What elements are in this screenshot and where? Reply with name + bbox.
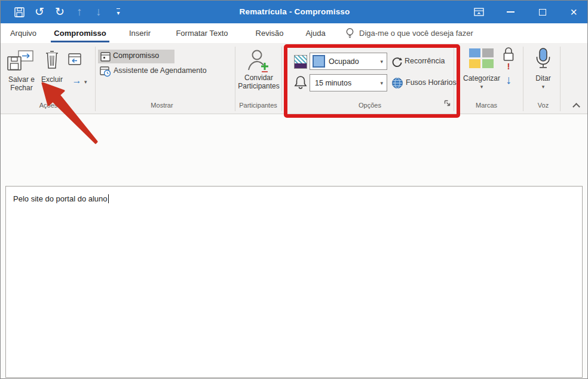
high-importance-button[interactable]: !	[504, 61, 513, 71]
categorize-icon	[469, 48, 494, 68]
tab-revisao[interactable]: Revisão	[252, 23, 287, 43]
invite-attendees-icon	[247, 48, 271, 74]
forward-dropdown-icon: ▾	[84, 79, 87, 85]
maximize-icon	[539, 9, 546, 16]
scheduling-assistant-label: Assistente de Agendamento	[114, 66, 207, 75]
save-close-label-line1: Salvar e	[3, 75, 40, 84]
collapse-ribbon-icon	[572, 103, 580, 111]
forward-calendar-icon	[68, 52, 82, 65]
show-as-combobox[interactable]: Ocupado ▾	[310, 53, 387, 70]
forward-button[interactable]: → ▾	[68, 75, 91, 86]
lightbulb-icon	[345, 27, 355, 39]
tab-formatar-texto[interactable]: Formatar Texto	[170, 23, 234, 43]
show-as-status-icon	[294, 55, 307, 69]
delete-icon	[45, 50, 59, 69]
categorize-button[interactable]: Categorizar ▾	[455, 74, 509, 90]
timezones-label: Fusos Horários	[406, 78, 457, 87]
group-label-opcoes: Opções	[334, 101, 406, 110]
close-button[interactable]: ×	[561, 1, 586, 23]
save-close-icon	[7, 50, 34, 72]
reminder-value: 15 minutos	[315, 79, 351, 87]
options-dialog-launcher[interactable]	[444, 100, 451, 107]
save-close-button[interactable]: Salvar e Fechar	[3, 75, 40, 92]
group-label-participantes: Participantes	[235, 101, 281, 110]
group-separator	[95, 47, 96, 111]
invite-attendees-button[interactable]: Convidar Participantes	[236, 74, 281, 90]
active-tab-underline	[51, 41, 109, 42]
invite-label-line1: Convidar	[236, 74, 281, 82]
maximize-button[interactable]	[530, 1, 555, 23]
ribbon: Salvar e Fechar Excluir → ▾	[1, 43, 588, 114]
dictate-icon	[534, 47, 552, 70]
scheduling-assistant-icon	[100, 66, 111, 77]
recurrence-label: Recorrência	[405, 57, 445, 65]
dictate-dropdown-icon: ▾	[525, 84, 561, 90]
reminder-dropdown-icon: ▾	[380, 80, 383, 86]
minimize-button[interactable]	[498, 1, 523, 23]
appointment-form: Assunto Rematrícula Local ▼ Hora de iníc…	[1, 114, 588, 186]
high-importance-icon: !	[507, 61, 510, 71]
tell-me-box[interactable]: Diga-me o que você deseja fazer	[359, 23, 473, 43]
recurrence-icon	[391, 56, 403, 68]
group-separator	[523, 47, 523, 111]
group-label-acoes: Ações	[24, 101, 72, 110]
tab-ajuda[interactable]: Ajuda	[302, 23, 329, 43]
categorize-dropdown-icon: ▾	[455, 84, 509, 90]
dictate-label: Ditar	[525, 74, 561, 82]
appointment-window: ↺ ↻ ↑ ↓ ▾ Rematrícula - Compromisso	[0, 0, 588, 379]
delete-label: Excluir	[41, 75, 63, 84]
busy-color-swatch	[313, 55, 325, 68]
group-label-mostrar: Mostrar	[126, 101, 198, 110]
tab-inserir[interactable]: Inserir	[125, 23, 155, 43]
minimize-icon	[507, 11, 514, 13]
delete-button[interactable]: Excluir	[38, 75, 66, 84]
show-as-value: Ocupado	[329, 57, 359, 66]
invite-label-line2: Participantes	[236, 82, 281, 90]
group-label-marcas: Marcas	[463, 101, 510, 110]
reminder-bell-icon	[294, 75, 307, 90]
timezones-globe-icon	[391, 77, 403, 89]
tab-arquivo[interactable]: Arquivo	[8, 23, 39, 43]
title-bar: ↺ ↻ ↑ ↓ ▾ Rematrícula - Compromisso	[1, 1, 588, 23]
appointment-view-label: Compromisso	[113, 51, 159, 60]
dictate-button[interactable]: Ditar ▾	[525, 74, 561, 90]
scheduling-assistant-button[interactable]: Assistente de Agendamento	[99, 65, 234, 78]
reminder-combobox[interactable]: 15 minutos ▾	[310, 74, 387, 91]
appointment-icon	[100, 51, 111, 62]
group-separator	[281, 47, 282, 111]
low-importance-icon: ↓	[506, 73, 512, 86]
group-label-voz: Voz	[525, 101, 561, 110]
forward-arrow-icon: →	[72, 75, 82, 85]
ribbon-display-options-icon	[474, 8, 484, 16]
collapse-ribbon-button[interactable]	[571, 102, 581, 111]
private-button[interactable]	[502, 47, 515, 62]
recurrence-button[interactable]: Recorrência	[405, 56, 445, 66]
timezones-button[interactable]: Fusos Horários	[406, 78, 457, 87]
close-icon: ×	[570, 6, 577, 18]
categorize-label: Categorizar	[455, 74, 509, 82]
show-as-dropdown-icon: ▾	[380, 59, 383, 65]
notes-editor[interactable]: Pelo site do portal do aluno	[5, 186, 583, 378]
appointment-view-button[interactable]: Compromisso	[98, 50, 174, 63]
notes-text: Pelo site do portal do aluno	[13, 194, 108, 203]
ribbon-display-options-button[interactable]	[466, 1, 491, 23]
text-caret	[108, 194, 109, 203]
lock-icon	[502, 47, 515, 62]
low-importance-button[interactable]: ↓	[503, 73, 514, 87]
ribbon-tab-row: Arquivo Compromisso Inserir Formatar Tex…	[1, 23, 588, 43]
save-close-label-line2: Fechar	[3, 84, 40, 92]
